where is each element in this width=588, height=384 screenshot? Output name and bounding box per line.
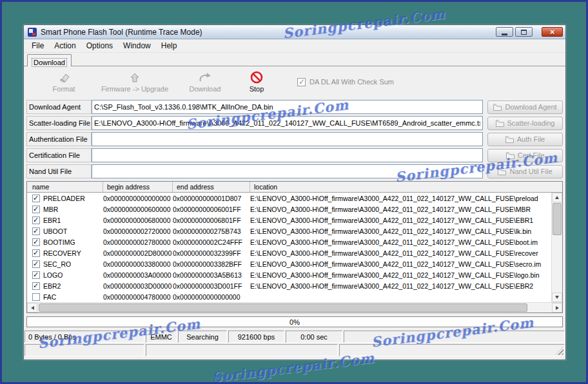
browse-button[interactable]: Auth File [487, 133, 563, 146]
end-address: 0x0000000003A5B613 [173, 271, 250, 279]
firmware-upgrade-icon [129, 71, 141, 84]
form-row: Scatter-loading File Scatter-loading [26, 116, 563, 130]
row-checkbox[interactable] [32, 195, 40, 202]
table-row[interactable]: SEC_RO 0x0000000003380000 0x000000000338… [27, 258, 551, 269]
scroll-down-button[interactable] [552, 293, 562, 302]
file-path-input[interactable] [92, 164, 483, 178]
checkbox-checked-icon [297, 78, 306, 86]
partition-location: E:\LENOVO_A3000-H\Off_firmware\A3000_A42… [250, 216, 551, 224]
scroll-up-button[interactable] [552, 193, 562, 202]
partition-name: UBOOT [43, 227, 67, 235]
header-begin-address[interactable]: begin address [103, 182, 173, 192]
end-address: 0x00000000032399FF [173, 249, 250, 257]
menu-file[interactable]: File [26, 40, 49, 52]
end-address: 0x00000000006801FF [173, 216, 250, 224]
partition-location: E:\LENOVO_A3000-H\Off_firmware\A3000_A42… [250, 260, 551, 268]
menu-window[interactable]: Window [118, 40, 156, 52]
firmware-upgrade-button[interactable]: Firmware -> Upgrade [93, 71, 176, 93]
resize-grip[interactable] [555, 347, 564, 355]
field-label: Scatter-loading File [26, 116, 92, 130]
row-checkbox[interactable] [32, 206, 40, 213]
browse-button-label: Download Agent [505, 103, 556, 111]
status-empty-3 [339, 344, 565, 356]
browse-button[interactable]: Nand Util File [487, 165, 563, 178]
status-storage-type: EMMC [146, 331, 177, 343]
close-button[interactable]: × [542, 27, 563, 37]
titlebar[interactable]: Smart Phone Flash Tool (Runtime Trace Mo… [24, 25, 565, 39]
file-path-input[interactable] [92, 148, 483, 162]
form-row: Certification File Cert File [26, 148, 563, 162]
folder-icon [498, 168, 506, 175]
partition-location: E:\LENOVO_A3000-H\Off_firmware\A3000_A42… [250, 249, 551, 257]
row-checkbox[interactable] [32, 227, 40, 235]
partition-location: E:\LENOVO_A3000-H\Off_firmware\A3000_A42… [250, 271, 551, 279]
format-icon [57, 71, 70, 84]
table-header: name begin address end address location [27, 182, 562, 193]
vertical-scrollbar[interactable] [551, 193, 562, 302]
format-button[interactable]: Format [34, 71, 93, 93]
da-dl-checksum-label: DA DL All With Check Sum [309, 78, 394, 86]
table-row[interactable]: EBR1 0x0000000000680000 0x00000000006801… [27, 215, 551, 226]
table-row[interactable]: RECOVERY 0x0000000002D80000 0x0000000003… [27, 247, 551, 258]
browse-button[interactable]: Cert File [487, 149, 563, 162]
table-row[interactable]: MBR 0x0000000000600000 0x00000000006001F… [27, 204, 551, 215]
browse-button[interactable]: Download Agent [487, 101, 563, 114]
table-row[interactable]: UBOOT 0x0000000002720000 0x000000000275B… [27, 226, 551, 236]
scroll-left-button[interactable] [27, 303, 37, 312]
table-row[interactable]: EBR2 0x0000000003D00000 0x0000000003D001… [27, 280, 551, 291]
stop-label: Stop [250, 85, 264, 93]
row-checkbox[interactable] [32, 249, 40, 257]
form-row: Download Agent Download Agent [26, 100, 563, 114]
table-row[interactable]: FAC 0x0000000004780000 0x000000000000000… [27, 291, 551, 302]
row-checkbox[interactable] [32, 271, 40, 279]
header-name[interactable]: name [27, 182, 103, 192]
menu-help[interactable]: Help [156, 40, 182, 52]
row-checkbox[interactable] [32, 216, 40, 224]
da-dl-checksum-checkbox[interactable]: DA DL All With Check Sum [297, 78, 394, 86]
header-end-address[interactable]: end address [173, 182, 250, 192]
browse-button[interactable]: Scatter-loading [487, 117, 563, 130]
file-path-input[interactable] [92, 100, 483, 114]
partition-name: BOOTIMG [43, 238, 75, 246]
stop-button[interactable]: Stop [234, 71, 279, 93]
partition-name: RECOVERY [43, 249, 81, 257]
table-row[interactable]: LOGO 0x0000000003A00000 0x0000000003A5B6… [27, 269, 551, 280]
begin-address: 0x0000000003380000 [103, 260, 173, 268]
file-path-input[interactable] [92, 116, 483, 130]
field-label: Download Agent [26, 100, 92, 114]
arrow-right-icon [556, 306, 559, 310]
file-path-input[interactable] [92, 132, 483, 146]
vertical-scroll-thumb[interactable] [553, 203, 562, 235]
partition-location: E:\LENOVO_A3000-H\Off_firmware\A3000_A42… [250, 206, 551, 213]
horizontal-scroll-track[interactable] [37, 303, 552, 312]
begin-address: 0x0000000000600000 [103, 206, 173, 213]
row-checkbox[interactable] [32, 293, 40, 301]
row-checkbox[interactable] [32, 260, 40, 268]
horizontal-scroll-thumb[interactable] [39, 303, 527, 312]
table-row[interactable]: PRELOADER 0x0000000000000000 0x000000000… [27, 193, 551, 204]
begin-address: 0x0000000003D00000 [103, 282, 173, 290]
row-checkbox[interactable] [32, 282, 40, 290]
vertical-scroll-track[interactable] [552, 236, 562, 293]
statusbar: 0 Bytes / 0 Bps EMMC Searching 921600 bp… [24, 331, 565, 356]
header-location[interactable]: location [250, 182, 562, 192]
tab-strip: Download [24, 53, 565, 66]
browse-button-label: Nand Util File [509, 168, 552, 175]
menu-action[interactable]: Action [49, 40, 81, 52]
horizontal-scrollbar[interactable] [27, 302, 562, 312]
row-checkbox[interactable] [32, 238, 40, 246]
download-icon [199, 71, 211, 84]
arrow-left-icon [31, 306, 34, 310]
minimize-button[interactable] [496, 27, 513, 37]
toolbar: Format Firmware -> Upgrade Download Stop [24, 66, 565, 97]
download-button[interactable]: Download [176, 71, 234, 93]
tab-download[interactable]: Download [27, 54, 72, 66]
field-label: Nand Util File [26, 164, 92, 178]
partition-name: SEC_RO [43, 260, 71, 268]
menu-options[interactable]: Options [81, 40, 118, 52]
scroll-right-button[interactable] [552, 303, 562, 312]
partition-name: EBR1 [43, 216, 61, 224]
begin-address: 0x0000000002D80000 [103, 249, 173, 257]
maximize-button[interactable] [515, 27, 533, 37]
table-row[interactable]: BOOTIMG 0x0000000002780000 0x0000000002C… [27, 236, 551, 247]
